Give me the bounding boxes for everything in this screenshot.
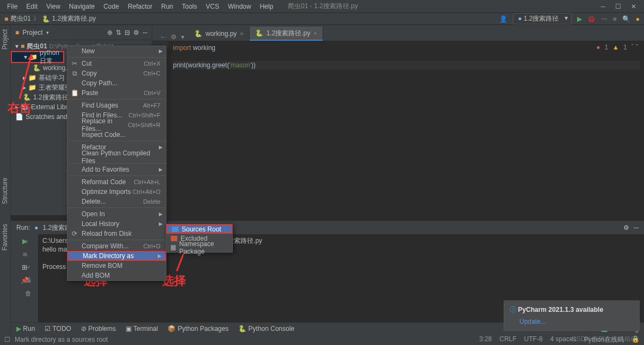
title-bar: File Edit View Navigate Code Refactor Ru…	[0, 0, 644, 13]
inspection-widget[interactable]: ●1 ▲1 ˆ ˅	[596, 43, 639, 51]
close-icon[interactable]: ✕	[631, 3, 636, 10]
mark-directory-submenu: Sources RootExcludedNamespace Package	[166, 224, 233, 253]
search-icon[interactable]: 🔍	[622, 15, 630, 23]
menu-item-reload-from-disk[interactable]: ⟳Reload from Disk	[67, 229, 166, 239]
menu-item-reformat-code[interactable]: Reformat CodeCtrl+Alt+L	[67, 177, 166, 187]
status-hint: Mark directory as a sources root	[15, 336, 108, 343]
menu-item-compare-with-[interactable]: Compare With...Ctrl+D	[67, 241, 166, 251]
submenu-item-namespace-package[interactable]: Namespace Package	[166, 243, 232, 252]
tree-selected-folder[interactable]: ▾📁 python日常	[11, 51, 64, 63]
tool-run[interactable]: ▶ Run	[16, 325, 35, 333]
wrap-icon[interactable]: ⤶	[25, 264, 32, 271]
menu-item-copy[interactable]: ⧉CopyCtrl+C	[67, 68, 166, 78]
submenu-item-sources-root[interactable]: Sources Root	[166, 224, 232, 234]
menu-item-add-to-favorites[interactable]: Add to Favorites▶	[67, 165, 166, 174]
quick-list-icon[interactable]: ☐	[4, 336, 10, 343]
menu-item-clean-python-compiled-files[interactable]: Clean Python Compiled Files	[67, 152, 166, 162]
encoding[interactable]: UTF-8	[524, 335, 543, 344]
context-menu: New▶✂CutCtrl+X⧉CopyCtrl+CCopy Path...📋Pa…	[67, 46, 166, 281]
hide-icon[interactable]: ─	[634, 224, 639, 231]
left-tool-rail: Project Structure Favorites	[0, 25, 11, 334]
menu-tools[interactable]: Tools	[178, 2, 201, 11]
menu-edit[interactable]: Edit	[22, 2, 41, 11]
menu-item-add-bom[interactable]: Add BOM	[67, 271, 166, 280]
breadcrumb-file[interactable]: 1.2搜索路径.py	[52, 14, 96, 23]
down-icon[interactable]: ↓	[25, 250, 32, 258]
tool-problems[interactable]: ⊘ Problems	[81, 325, 116, 333]
close-icon[interactable]: ×	[314, 30, 317, 36]
run-toolbar: ▶ ■ ⊞ 📌 ↑ ↓ ⤶ 🖶 🗑	[11, 234, 38, 334]
tab-working[interactable]: 🐍working.py×	[189, 27, 250, 41]
notification-title: PyCharm 2021.1.3 available	[518, 306, 603, 313]
tool-todo[interactable]: ☑ TODO	[45, 325, 71, 333]
menu-item-open-in[interactable]: Open In▶	[67, 209, 166, 219]
rail-structure[interactable]: Structure	[0, 173, 10, 209]
menu-view[interactable]: View	[42, 2, 64, 11]
rail-favorites[interactable]: Favorites	[0, 219, 10, 255]
debug-button[interactable]: 🐞	[587, 15, 596, 23]
caret-position[interactable]: 3:28	[479, 335, 492, 344]
print-icon[interactable]: 🖶	[25, 277, 32, 284]
menu-item-inspect-code-[interactable]: Inspect Code...	[67, 130, 166, 140]
tool-python-packages[interactable]: 📦 Python Packages	[168, 325, 228, 333]
status-bar: ☐ Mark directory as a sources root 3:28 …	[0, 334, 644, 345]
menu-refactor[interactable]: Refactor	[124, 2, 156, 11]
update-notification[interactable]: ⓘ PyCharm 2021.1.3 available Update...	[504, 300, 640, 331]
menu-window[interactable]: Window	[224, 2, 255, 11]
tool-python-console[interactable]: 🐍 Python Console	[238, 325, 294, 333]
close-icon[interactable]: ×	[240, 30, 243, 37]
expand-icon[interactable]: ⇅	[116, 29, 121, 36]
tab-current[interactable]: 🐍1.2搜索路径.py×	[250, 27, 323, 41]
gear-icon[interactable]: ⚙	[623, 224, 629, 231]
menu-item-copy-path-[interactable]: Copy Path...	[67, 78, 166, 88]
watermark: CSDN @阿忠在线啃码	[571, 335, 637, 344]
menu-item-optimize-imports[interactable]: Optimize ImportsCtrl+Alt+O	[67, 187, 166, 197]
target-icon[interactable]: ⊕	[107, 29, 113, 36]
project-header[interactable]: Project	[22, 29, 42, 36]
hide-icon[interactable]: ─	[143, 29, 147, 36]
collapse-icon[interactable]: ⊟	[125, 29, 130, 36]
stop-button[interactable]: ■	[613, 15, 617, 23]
editor-tabs: ← ⚙▾ 🐍working.py× 🐍1.2搜索路径.py×	[152, 25, 644, 41]
code-editor[interactable]: import working print(working.greet('maso…	[169, 41, 644, 221]
menu-code[interactable]: Code	[100, 2, 123, 11]
rail-project[interactable]: Project	[0, 25, 10, 54]
user-icon[interactable]: 👤	[499, 15, 507, 23]
menu-help[interactable]: Help	[256, 2, 277, 11]
back-icon[interactable]: ←	[160, 33, 166, 41]
menu-item-new[interactable]: New▶	[67, 46, 166, 56]
ide-update-icon[interactable]: ●	[636, 15, 640, 23]
menu-item-find-usages[interactable]: Find UsagesAlt+F7	[67, 101, 166, 110]
editor-area: ← ⚙▾ 🐍working.py× 🐍1.2搜索路径.py× 1 import …	[152, 25, 644, 221]
line-separator[interactable]: CRLF	[499, 335, 516, 344]
gear-icon[interactable]: ⚙	[171, 33, 177, 41]
menu-item-local-history[interactable]: Local History▶	[67, 219, 166, 229]
menu-item-replace-in-files-[interactable]: Replace in Files...Ctrl+Shift+R	[67, 120, 166, 130]
menu-file[interactable]: File	[3, 2, 21, 11]
window-title: 爬虫01 - 1.2搜索路径.py	[288, 2, 358, 11]
run-panel-title: Run:	[16, 224, 30, 231]
menu-item-paste[interactable]: 📋PasteCtrl+V	[67, 88, 166, 98]
breadcrumb-project[interactable]: 爬虫01	[10, 14, 30, 23]
run-button[interactable]: ▶	[577, 15, 582, 23]
notification-link[interactable]: Update...	[519, 318, 546, 325]
maximize-icon[interactable]: ☐	[615, 3, 621, 10]
menu-vcs[interactable]: VCS	[202, 2, 223, 11]
trash-icon[interactable]: 🗑	[25, 290, 32, 297]
more-run-icon[interactable]: ⋯	[601, 15, 608, 23]
gear-icon[interactable]: ⚙	[133, 29, 139, 36]
minimize-icon[interactable]: ─	[600, 3, 605, 10]
menubar: File Edit View Navigate Code Refactor Ru…	[3, 2, 277, 11]
menu-item-mark-directory-as[interactable]: Mark Directory as▶	[67, 251, 166, 261]
menu-item-cut[interactable]: ✂CutCtrl+X	[67, 59, 166, 68]
menu-navigate[interactable]: Navigate	[65, 2, 98, 11]
up-icon[interactable]: ↑	[25, 237, 32, 245]
run-config-selector[interactable]: ● 1.2搜索路径 ▾	[513, 13, 571, 24]
tool-terminal[interactable]: ▣ Terminal	[126, 325, 158, 333]
menu-item-delete-[interactable]: Delete...Delete	[67, 197, 166, 206]
menu-run[interactable]: Run	[157, 2, 177, 11]
navigation-bar: ■ 爬虫01 〉 🐍 1.2搜索路径.py 👤 ● 1.2搜索路径 ▾ ▶ 🐞 …	[0, 13, 644, 25]
menu-item-remove-bom[interactable]: Remove BOM	[67, 261, 166, 271]
